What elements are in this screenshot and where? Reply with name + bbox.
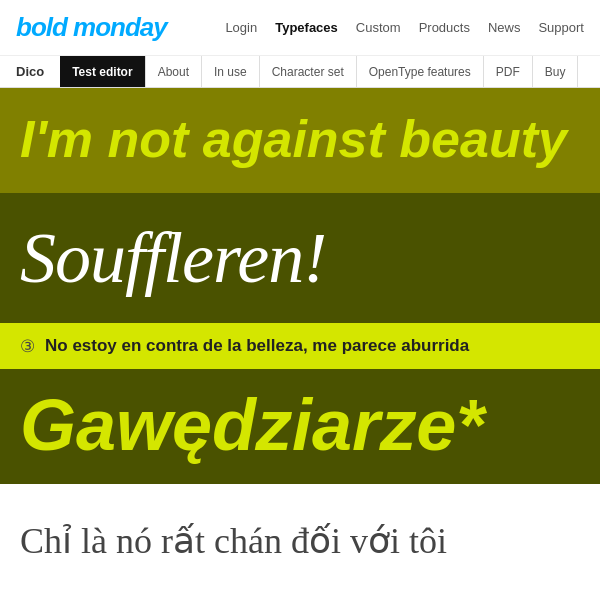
section-5-text: Chỉ là nó rất chán đối với tôi [20,520,447,563]
tab-pdf[interactable]: PDF [484,56,533,87]
tab-buy[interactable]: Buy [533,56,579,87]
section-1: I'm not against beauty [0,88,600,193]
section-4: Gawędziarze* [0,369,600,484]
main-header: bold monday Login Typefaces Custom Produ… [0,0,600,56]
main-nav: Login Typefaces Custom Products News Sup… [225,20,584,35]
subnav-title: Dico [0,56,60,87]
nav-login[interactable]: Login [225,20,257,35]
nav-support[interactable]: Support [538,20,584,35]
nav-products[interactable]: Products [419,20,470,35]
section-4-text: Gawędziarze* [20,389,484,461]
section-5: Chỉ là nó rất chán đối với tôi [0,484,600,600]
logo[interactable]: bold monday [16,12,167,43]
tab-character-set[interactable]: Character set [260,56,357,87]
subnav-bar: Dico Test editor About In use Character … [0,56,600,88]
section-1-text: I'm not against beauty [20,113,567,165]
section-3-icon: ③ [20,336,35,357]
section-2: Souffleren! [0,193,600,323]
section-2-text: Souffleren! [20,222,326,294]
tab-opentype[interactable]: OpenType features [357,56,484,87]
section-3-text: No estoy en contra de la belleza, me par… [45,336,469,356]
nav-news[interactable]: News [488,20,521,35]
nav-custom[interactable]: Custom [356,20,401,35]
subnav-tabs: Test editor About In use Character set O… [60,56,578,87]
tab-in-use[interactable]: In use [202,56,260,87]
tab-about[interactable]: About [146,56,202,87]
nav-typefaces[interactable]: Typefaces [275,20,338,35]
tab-test-editor[interactable]: Test editor [60,56,145,87]
section-3: ③ No estoy en contra de la belleza, me p… [0,323,600,369]
